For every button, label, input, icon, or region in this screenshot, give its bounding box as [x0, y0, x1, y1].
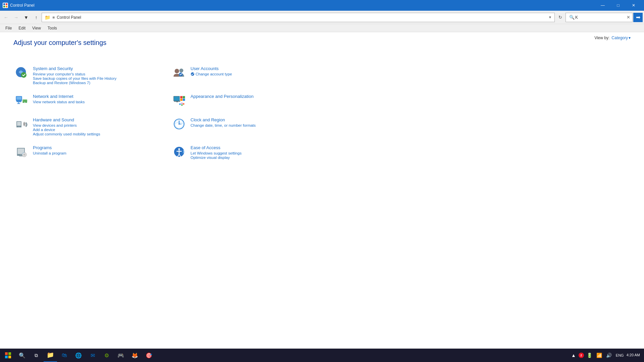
taskbar-app2-icon: 🎮: [117, 352, 124, 359]
taskbar-taskview-button[interactable]: ⧉: [30, 349, 43, 362]
minimize-button[interactable]: —: [595, 0, 610, 11]
svg-point-25: [183, 103, 184, 105]
taskbar-mail-button[interactable]: ✉: [86, 349, 99, 362]
svg-rect-14: [17, 103, 20, 104]
svg-point-16: [24, 102, 25, 103]
hardware-sound-title[interactable]: Hardware and Sound: [33, 117, 100, 122]
svg-rect-2: [3, 6, 5, 7]
taskbar-app4-button[interactable]: 🎯: [142, 349, 156, 362]
hardware-sound-link-1[interactable]: View devices and printers: [33, 123, 100, 127]
up-button[interactable]: ↑: [32, 13, 41, 22]
user-accounts-info: User Accounts Change account type: [191, 66, 232, 76]
clock-region-title[interactable]: Clock and Region: [191, 117, 256, 122]
taskbar-app3-icon: 🦊: [131, 352, 138, 359]
search-clear-button[interactable]: ✕: [626, 15, 631, 20]
menu-bar: File Edit View Tools: [0, 24, 644, 32]
search-icon: 🔍: [569, 15, 575, 20]
window-title: Control Panel: [10, 3, 595, 8]
programs-title[interactable]: Programs: [33, 145, 66, 150]
ease-of-access-info: Ease of Access Let Windows suggest setti…: [191, 145, 241, 160]
category-network-internet: Network and Internet View network status…: [13, 91, 158, 111]
tray-network-icon[interactable]: 📶: [595, 353, 603, 358]
tray-volume-icon[interactable]: 🔊: [605, 353, 613, 358]
start-button[interactable]: [1, 349, 15, 362]
svg-rect-19: [174, 101, 180, 102]
svg-point-32: [23, 123, 25, 125]
view-by-label: View by:: [594, 36, 609, 40]
system-security-title[interactable]: System and Security: [33, 66, 116, 71]
system-security-link-2[interactable]: Save backup copies of your files with Fi…: [33, 76, 116, 80]
taskbar-store-button[interactable]: 🛍: [58, 349, 71, 362]
menu-tools[interactable]: Tools: [45, 25, 60, 31]
category-hardware-sound: Hardware and Sound View devices and prin…: [13, 115, 158, 139]
folder-icon: 📁: [45, 15, 50, 20]
menu-view[interactable]: View: [30, 25, 44, 31]
window-controls: — □ ✕: [595, 0, 641, 11]
programs-link-1[interactable]: Uninstall a program: [33, 151, 66, 155]
appearance-info: Appearance and Personalization: [191, 94, 254, 100]
view-by-bar: View by: Category ▾: [594, 36, 631, 40]
view-by-dropdown[interactable]: Category ▾: [611, 36, 631, 40]
menu-file[interactable]: File: [3, 25, 14, 31]
ease-of-access-link-1[interactable]: Let Windows suggest settings: [191, 151, 241, 155]
ease-of-access-link-2[interactable]: Optimize visual display: [191, 156, 241, 160]
close-button[interactable]: ✕: [626, 0, 641, 11]
svg-point-30: [18, 126, 19, 127]
search-input[interactable]: [575, 15, 626, 20]
address-bar: ← → ▼ ↑ 📁 ■ Control Panel ▼ ↻ 🔍 ✕ ➡: [0, 11, 644, 24]
hardware-sound-icon: [15, 117, 28, 131]
user-accounts-title[interactable]: User Accounts: [191, 66, 232, 71]
address-dropdown-icon[interactable]: ▼: [548, 15, 552, 19]
taskbar-store-icon: 🛍: [62, 352, 67, 358]
ease-of-access-title[interactable]: Ease of Access: [191, 145, 241, 150]
user-accounts-link-1[interactable]: Change account type: [191, 72, 232, 76]
svg-rect-23: [180, 99, 182, 101]
svg-rect-11: [16, 97, 21, 100]
svg-rect-41: [19, 156, 22, 157]
tray-notification-icon[interactable]: ▲: [570, 353, 577, 358]
svg-point-7: [179, 69, 183, 73]
svg-rect-24: [183, 99, 185, 101]
history-dropdown-button[interactable]: ▼: [21, 13, 31, 22]
system-security-link-1[interactable]: Review your computer's status: [33, 72, 116, 76]
back-button[interactable]: ←: [1, 13, 11, 22]
view-by-value-text: Category: [611, 36, 628, 40]
network-internet-link-1[interactable]: View network status and tasks: [33, 100, 85, 104]
hardware-sound-link-2[interactable]: Add a device: [33, 128, 100, 132]
taskbar-app1-button[interactable]: ⚙: [100, 349, 113, 362]
clock-region-link-1[interactable]: Change date, time, or number formats: [191, 123, 256, 127]
taskbar-app3-button[interactable]: 🦊: [128, 349, 142, 362]
network-internet-title[interactable]: Network and Internet: [33, 94, 85, 99]
forward-button[interactable]: →: [11, 13, 21, 22]
taskbar-app4-icon: 🎯: [146, 352, 152, 359]
address-input[interactable]: 📁 ■ Control Panel ▼: [42, 13, 555, 22]
tray-clock[interactable]: 4:20 AM: [627, 353, 640, 358]
taskbar-explorer-button[interactable]: 📁: [44, 349, 57, 362]
taskbar-search-button[interactable]: 🔍: [15, 349, 29, 362]
menu-edit[interactable]: Edit: [16, 25, 28, 31]
tray-battery-icon[interactable]: 🔋: [585, 353, 594, 358]
breadcrumb-separator: ■: [52, 15, 55, 20]
header-row: Adjust your computer's settings View by:…: [13, 39, 631, 57]
system-security-link-3[interactable]: Backup and Restore (Windows 7): [33, 81, 116, 85]
svg-rect-13: [18, 102, 19, 103]
svg-point-5: [21, 72, 26, 78]
system-security-icon: [15, 66, 28, 79]
taskbar-explorer-icon: 📁: [47, 351, 54, 359]
taskbar-edge-button[interactable]: 🌐: [72, 349, 85, 362]
refresh-button[interactable]: ↻: [555, 13, 565, 22]
search-container: 🔍 ✕: [566, 13, 633, 22]
clock-region-icon: [172, 117, 186, 131]
network-internet-info: Network and Internet View network status…: [33, 94, 85, 104]
search-go-button[interactable]: ➡: [633, 13, 643, 22]
category-clock-region: Clock and Region Change date, time, or n…: [171, 115, 315, 139]
category-ease-of-access: Ease of Access Let Windows suggest setti…: [171, 142, 315, 163]
appearance-title[interactable]: Appearance and Personalization: [191, 94, 254, 99]
svg-point-6: [175, 69, 179, 73]
hardware-sound-link-3[interactable]: Adjust commonly used mobility settings: [33, 132, 100, 136]
svg-rect-0: [3, 3, 5, 5]
tray-language[interactable]: ENG: [614, 353, 625, 357]
svg-point-37: [178, 123, 179, 124]
maximize-button[interactable]: □: [610, 0, 626, 11]
taskbar-app2-button[interactable]: 🎮: [114, 349, 127, 362]
